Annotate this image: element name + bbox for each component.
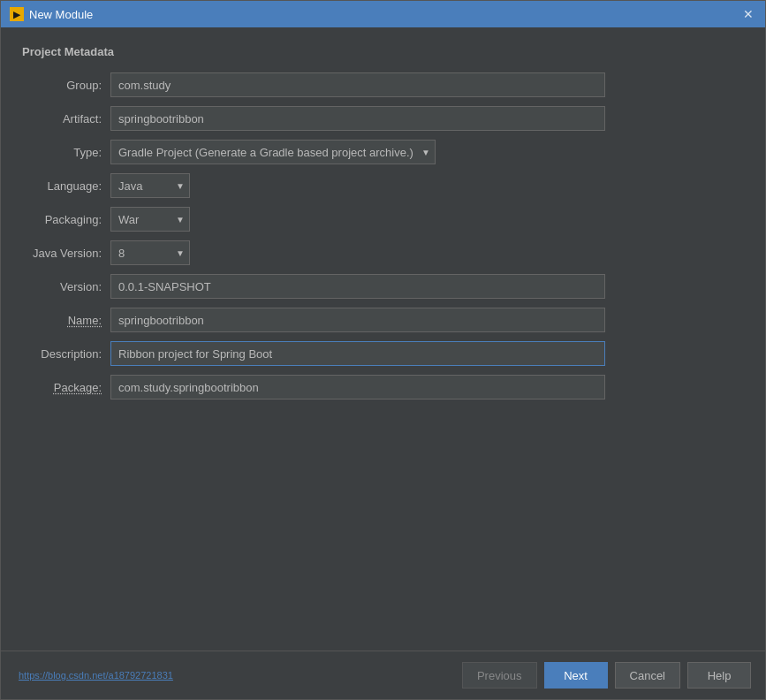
help-button[interactable]: Help — [687, 662, 751, 689]
artifact-row: Artifact: — [22, 106, 744, 131]
java-version-select[interactable]: 8 — [110, 240, 190, 265]
dialog: ▶ New Module ✕ Project Metadata Group: A… — [0, 0, 766, 700]
package-label: Package: — [22, 381, 110, 394]
app-icon: ▶ — [10, 7, 24, 21]
group-row: Group: — [22, 72, 744, 97]
version-input[interactable] — [110, 274, 605, 299]
package-input[interactable] — [110, 375, 605, 399]
footer: https://blog.csdn.net/a18792721831 Previ… — [1, 651, 765, 699]
close-button[interactable]: ✕ — [740, 6, 756, 22]
dialog-title: New Module — [29, 8, 93, 21]
group-input[interactable] — [110, 72, 605, 97]
java-version-row: Java Version: 8 ▼ — [22, 240, 744, 265]
packaging-select[interactable]: War — [110, 207, 190, 232]
description-input[interactable] — [110, 341, 605, 366]
name-label: Name: — [22, 314, 110, 327]
java-version-label: Java Version: — [22, 247, 110, 260]
type-select[interactable]: Gradle Project (Generate a Gradle based … — [110, 140, 436, 164]
previous-button[interactable]: Previous — [462, 662, 537, 689]
cancel-button[interactable]: Cancel — [615, 662, 680, 689]
version-row: Version: — [22, 274, 744, 299]
next-button[interactable]: Next — [544, 662, 608, 689]
description-row: Description: — [22, 341, 744, 366]
title-bar: ▶ New Module ✕ — [1, 1, 765, 27]
type-select-wrapper: Gradle Project (Generate a Gradle based … — [110, 140, 436, 164]
description-label: Description: — [22, 347, 110, 361]
packaging-label: Packaging: — [22, 213, 110, 226]
group-label: Group: — [22, 79, 110, 92]
type-row: Type: Gradle Project (Generate a Gradle … — [22, 140, 744, 164]
language-label: Language: — [22, 179, 110, 193]
footer-link[interactable]: https://blog.csdn.net/a18792721831 — [19, 670, 173, 681]
packaging-select-wrapper: War ▼ — [110, 207, 190, 232]
language-row: Language: Java ▼ — [22, 173, 744, 198]
artifact-label: Artifact: — [22, 112, 110, 126]
java-version-select-wrapper: 8 ▼ — [110, 240, 190, 265]
name-input[interactable] — [110, 308, 605, 332]
type-label: Type: — [22, 146, 110, 159]
name-row: Name: — [22, 308, 744, 332]
section-title: Project Metadata — [22, 45, 744, 58]
version-label: Version: — [22, 280, 110, 293]
package-row: Package: — [22, 375, 744, 399]
artifact-input[interactable] — [110, 106, 605, 131]
language-select-wrapper: Java ▼ — [110, 173, 190, 198]
language-select[interactable]: Java — [110, 173, 190, 198]
title-bar-left: ▶ New Module — [10, 7, 93, 21]
dialog-content: Project Metadata Group: Artifact: Type: … — [1, 27, 765, 651]
packaging-row: Packaging: War ▼ — [22, 207, 744, 232]
